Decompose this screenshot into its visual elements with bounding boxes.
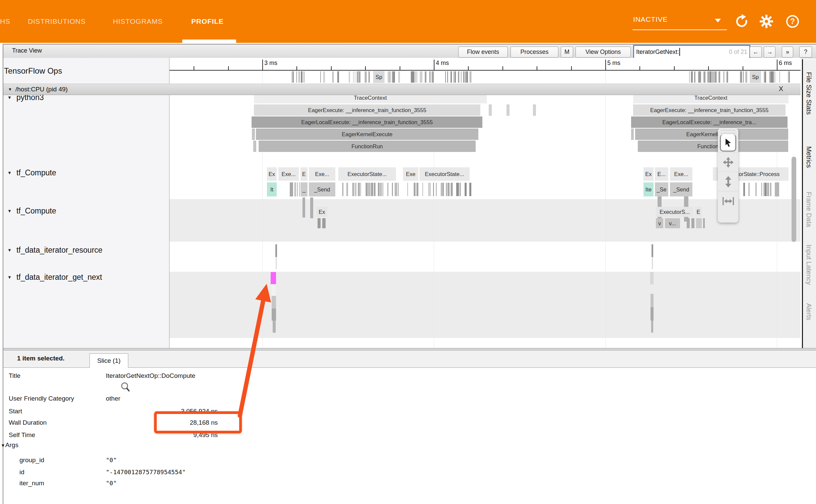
collapse-triangle-icon[interactable]: ▼ xyxy=(8,87,12,92)
trace-tick-mark[interactable] xyxy=(388,183,388,196)
trace-slice[interactable] xyxy=(691,218,694,228)
collapse-triangle-icon[interactable]: ▼ xyxy=(7,275,12,280)
trace-tick-mark[interactable] xyxy=(719,71,720,83)
nav-tab-hs[interactable]: HS xyxy=(0,0,10,43)
trace-tick-mark[interactable] xyxy=(445,71,446,83)
trace-tick-mark[interactable] xyxy=(332,71,334,83)
vertical-scrollbar-thumb[interactable] xyxy=(792,157,796,242)
trace-tick-mark[interactable] xyxy=(716,71,717,83)
trace-slice[interactable] xyxy=(318,218,321,228)
trace-slice-eagerkernelexecute[interactable]: EagerKernelExecute xyxy=(635,129,788,140)
trace-slice-functionrun[interactable]: FunctionRun xyxy=(259,141,476,152)
trace-slice[interactable] xyxy=(271,284,276,296)
trace-tick-mark[interactable] xyxy=(767,183,768,196)
process-header-host-cpu[interactable]: ▼ /host:CPU (pid 49) X xyxy=(3,84,801,95)
trace-tick-mark[interactable] xyxy=(446,183,447,196)
trace-tick-mark[interactable] xyxy=(346,183,348,196)
nav-tab-histograms[interactable]: HISTOGRAMS xyxy=(113,0,163,43)
trace-slice-eagerexecute-inference-train-function-3555[interactable]: EagerExecute: __inference_train_function… xyxy=(633,104,786,116)
toolbar-nav-button[interactable]: → xyxy=(764,47,775,58)
trace-tick-mark[interactable] xyxy=(407,183,408,196)
trace-tick-mark[interactable] xyxy=(411,71,413,83)
trace-tick-mark[interactable] xyxy=(398,71,400,83)
trace-tick-mark[interactable] xyxy=(765,183,766,196)
trace-tick-mark[interactable] xyxy=(458,183,459,196)
trace-tick-mark[interactable] xyxy=(454,71,455,83)
trace-tick-mark[interactable] xyxy=(415,183,416,196)
trace-slice[interactable] xyxy=(253,141,256,152)
trace-slice-sp[interactable]: Sp xyxy=(750,71,761,83)
trace-slice-v[interactable]: v xyxy=(656,218,663,228)
track-label-tf-Compute[interactable]: ▼tf_Compute xyxy=(7,206,56,216)
toolbar-nav-button[interactable]: ? xyxy=(799,47,812,58)
side-tab-metrics[interactable]: Metrics xyxy=(805,146,813,168)
trace-tick-mark[interactable] xyxy=(392,183,393,196)
collapse-triangle-icon[interactable]: ▼ xyxy=(7,208,12,214)
trace-tick-mark[interactable] xyxy=(704,71,705,83)
trace-tick-mark[interactable] xyxy=(466,183,467,196)
trace-slice[interactable] xyxy=(310,197,313,218)
trace-slice[interactable] xyxy=(652,257,653,269)
trace-tick-mark[interactable] xyxy=(416,71,417,83)
trace-slice-functionrun[interactable]: FunctionRun xyxy=(638,141,788,152)
trace-slice-exe-[interactable]: Exe... xyxy=(278,167,299,181)
palette-drag-grip[interactable] xyxy=(721,130,735,134)
trace-slice[interactable] xyxy=(322,218,326,228)
collapse-triangle-icon[interactable]: ▼ xyxy=(7,95,12,100)
trace-tick-mark[interactable] xyxy=(766,183,767,196)
collapse-triangle-icon[interactable]: ▼ xyxy=(1,443,5,448)
trace-slice[interactable] xyxy=(294,182,296,196)
collapse-triangle-icon[interactable]: ▼ xyxy=(7,170,12,175)
trace-slice-ex[interactable]: Ex xyxy=(317,207,327,217)
trace-tick-mark[interactable] xyxy=(449,183,450,196)
trace-tick-mark[interactable] xyxy=(349,71,350,83)
trace-tick-mark[interactable] xyxy=(429,71,430,83)
trace-slice-exe-[interactable]: Exe... xyxy=(670,167,692,181)
trace-slice-eagerlocalexecute-inference-tra-[interactable]: EagerLocalExecute: __inference_tra... xyxy=(631,116,788,128)
trace-tick-mark[interactable] xyxy=(689,71,690,83)
trace-tick-mark[interactable] xyxy=(303,71,305,83)
trace-tick-mark[interactable] xyxy=(415,71,416,83)
trace-tick-mark[interactable] xyxy=(433,183,434,196)
trace-tick-mark[interactable] xyxy=(374,183,376,196)
side-tab-file-size-stats[interactable]: File Size Stats xyxy=(805,72,813,115)
trace-tick-mark[interactable] xyxy=(413,71,414,83)
trace-slice[interactable] xyxy=(252,129,255,140)
trace-tick-mark[interactable] xyxy=(724,71,724,83)
trace-slice-e[interactable]: E xyxy=(695,207,702,217)
pan-tool-button[interactable] xyxy=(718,152,738,172)
trace-tick-mark[interactable] xyxy=(772,71,774,83)
trace-slice[interactable] xyxy=(696,218,702,228)
trace-tick-mark[interactable] xyxy=(420,71,421,83)
trace-tick-mark[interactable] xyxy=(443,183,444,196)
trace-tick-mark[interactable] xyxy=(398,183,399,196)
trace-slice[interactable] xyxy=(651,321,653,333)
trace-tick-mark[interactable] xyxy=(709,71,710,83)
trace-slice[interactable] xyxy=(299,182,300,196)
trace-tick-mark[interactable] xyxy=(390,71,391,83)
panel-splitter[interactable] xyxy=(3,348,816,350)
trace-tick-mark[interactable] xyxy=(698,71,699,83)
trace-tick-mark[interactable] xyxy=(452,183,453,196)
track-label-tf-data-iterator-get-next[interactable]: ▼tf_data_iterator_get_next xyxy=(7,273,102,282)
trace-slice-v-[interactable]: v... xyxy=(665,218,680,228)
trace-slice[interactable] xyxy=(506,104,509,116)
trace-tick-mark[interactable] xyxy=(296,71,297,83)
trace-tick-mark[interactable] xyxy=(383,183,383,196)
trace-slice[interactable] xyxy=(276,257,277,269)
trace-tick-mark[interactable] xyxy=(380,183,382,196)
trace-tick-mark[interactable] xyxy=(748,183,750,196)
trace-tick-mark[interactable] xyxy=(770,183,771,196)
magnifier-icon[interactable] xyxy=(120,382,131,394)
trace-tick-mark[interactable] xyxy=(323,71,325,83)
trace-tick-mark[interactable] xyxy=(372,183,373,196)
trace-tick-mark[interactable] xyxy=(425,71,426,83)
trace-tick-mark[interactable] xyxy=(451,71,452,83)
trace-slice[interactable] xyxy=(631,129,634,140)
side-tab-alerts[interactable]: Alerts xyxy=(805,303,813,320)
trace-slice[interactable] xyxy=(652,244,653,257)
trace-tick-mark[interactable] xyxy=(447,71,448,83)
trace-tick-mark[interactable] xyxy=(436,183,437,196)
trace-tick-mark[interactable] xyxy=(764,71,764,83)
selected-slice-iterator-get-next[interactable] xyxy=(271,272,276,284)
